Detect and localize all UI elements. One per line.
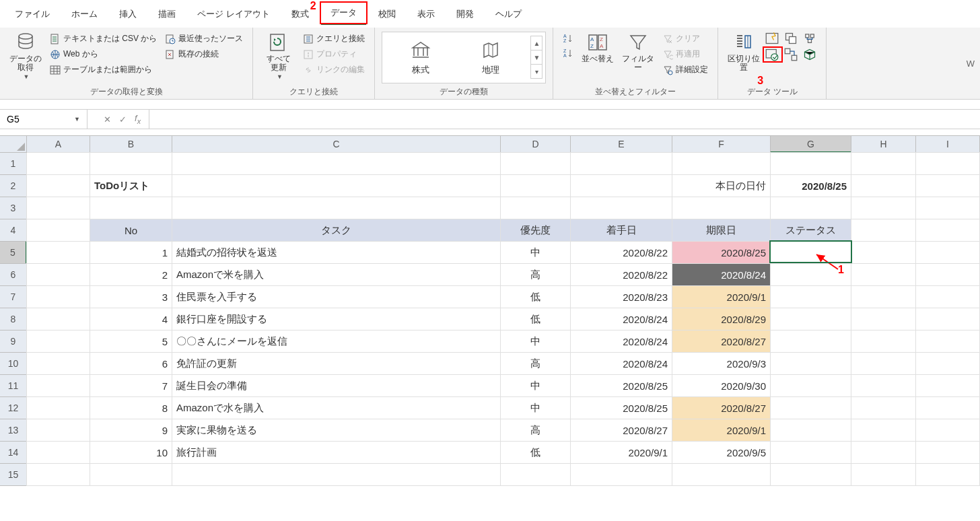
row-header-7[interactable]: 7 [0,285,27,308]
cell[interactable] [851,374,916,397]
existing-conn-button[interactable]: 既存の接続 [162,47,246,61]
cell[interactable] [851,219,916,242]
cell-priority[interactable]: 中 [500,330,571,353]
cell-task[interactable]: 誕生日会の準備 [172,374,501,397]
sort-desc-button[interactable]: ZA [560,46,576,60]
row-header-5[interactable]: 5 [0,241,27,264]
col-header-G[interactable]: G [770,135,851,153]
menu-home[interactable]: ホーム [62,4,107,24]
queries-conn-button[interactable]: クエリと接続 [300,32,368,46]
cell[interactable] [26,352,90,375]
cell[interactable] [851,396,916,419]
data-model-icon[interactable] [803,48,816,61]
today-label-cell[interactable]: 本日の日付 [672,174,771,197]
menu-view[interactable]: 表示 [408,4,444,24]
cell[interactable] [915,352,980,375]
stocks-button[interactable]: 株式 [390,40,451,76]
cell[interactable] [851,263,916,286]
row-header-13[interactable]: 13 [0,419,27,442]
cell[interactable] [915,219,980,242]
cell[interactable] [26,197,90,219]
col-header-I[interactable]: I [915,135,980,153]
col-header-B[interactable]: B [90,135,172,153]
row-header-4[interactable]: 4 [0,219,27,242]
row-header-3[interactable]: 3 [0,197,27,219]
cell-no[interactable]: 3 [90,285,172,308]
cell[interactable] [570,174,672,197]
cell[interactable] [915,197,980,219]
cell[interactable] [851,241,916,264]
gallery-down-button[interactable]: ▼ [530,50,542,65]
data-validation-button[interactable] [765,48,779,61]
cell[interactable] [172,197,501,219]
flash-fill-icon[interactable] [765,32,779,45]
cell-priority[interactable]: 中 [500,241,571,264]
cell-status[interactable] [770,419,851,442]
cell[interactable] [915,263,980,286]
properties-button[interactable]: プロパティ [300,47,368,61]
cell-priority[interactable]: 高 [500,419,571,442]
cell[interactable] [26,374,90,397]
col-header-E[interactable]: E [570,135,672,153]
cell[interactable] [851,352,916,375]
text-to-columns-button[interactable]: 区切り位置 [725,32,763,72]
cell[interactable] [500,174,571,197]
title-cell[interactable]: ToDoリスト [90,174,172,197]
cell-no[interactable]: 10 [90,441,172,464]
cell[interactable] [26,330,90,353]
cell-status[interactable] [770,441,851,464]
cell-start[interactable]: 2020/8/24 [570,330,672,353]
cell[interactable] [851,330,916,353]
cell-no[interactable]: 6 [90,352,172,375]
fx-icon[interactable]: fx [135,113,141,125]
menu-insert[interactable]: 挿入 [110,4,146,24]
chevron-down-icon[interactable]: ▼ [74,116,80,123]
spreadsheet-grid[interactable]: ABCDEFGHI12ToDoリスト本日の日付2020/8/2534Noタスク優… [0,136,980,486]
cell-status[interactable] [770,352,851,375]
cell[interactable] [26,463,90,486]
cell[interactable] [915,308,980,331]
cell[interactable] [915,152,980,175]
from-csv-button[interactable]: テキストまたは CSV から [47,32,160,46]
col-header-A[interactable]: A [26,135,90,153]
cell-no[interactable]: 4 [90,308,172,331]
cell[interactable] [26,219,90,242]
cell[interactable] [26,174,90,197]
remove-dup-icon[interactable] [784,32,798,45]
menu-draw[interactable]: 描画 [149,4,185,24]
menu-help[interactable]: ヘルプ [486,4,531,24]
consolidate-icon[interactable] [803,32,816,45]
row-header-6[interactable]: 6 [0,263,27,286]
cell-task[interactable]: 〇〇さんにメールを返信 [172,330,501,353]
cell[interactable] [172,152,501,175]
clear-filter-button[interactable]: クリア [660,32,711,46]
cell[interactable] [915,374,980,397]
row-header-12[interactable]: 12 [0,396,27,419]
cell-no[interactable]: 9 [90,419,172,442]
cell-priority[interactable]: 高 [500,352,571,375]
cell-start[interactable]: 2020/8/22 [570,241,672,264]
recent-sources-button[interactable]: 最近使ったソース [162,32,246,46]
cell-priority[interactable]: 低 [500,441,571,464]
row-header-1[interactable]: 1 [0,152,27,175]
cell-status[interactable] [770,330,851,353]
cell[interactable] [26,285,90,308]
sort-asc-button[interactable]: AZ [560,32,576,45]
cell[interactable] [570,197,672,219]
col-header-D[interactable]: D [500,135,571,153]
cell-task[interactable]: 住民票を入手する [172,285,501,308]
edit-links-button[interactable]: リンクの編集 [300,63,368,77]
cell-priority[interactable]: 低 [500,285,571,308]
cell-due[interactable]: 2020/9/5 [672,441,771,464]
th-start[interactable]: 着手日 [570,219,672,242]
today-cell[interactable]: 2020/8/25 [770,174,851,197]
cell-due[interactable]: 2020/8/24 [672,263,771,286]
cell[interactable] [851,197,916,219]
th-status[interactable]: ステータス [770,219,851,242]
cell-start[interactable]: 2020/8/23 [570,285,672,308]
cell[interactable] [770,197,851,219]
cell[interactable] [851,152,916,175]
cell-due[interactable]: 2020/8/27 [672,396,771,419]
cell[interactable] [672,152,771,175]
cell-due[interactable]: 2020/8/27 [672,330,771,353]
